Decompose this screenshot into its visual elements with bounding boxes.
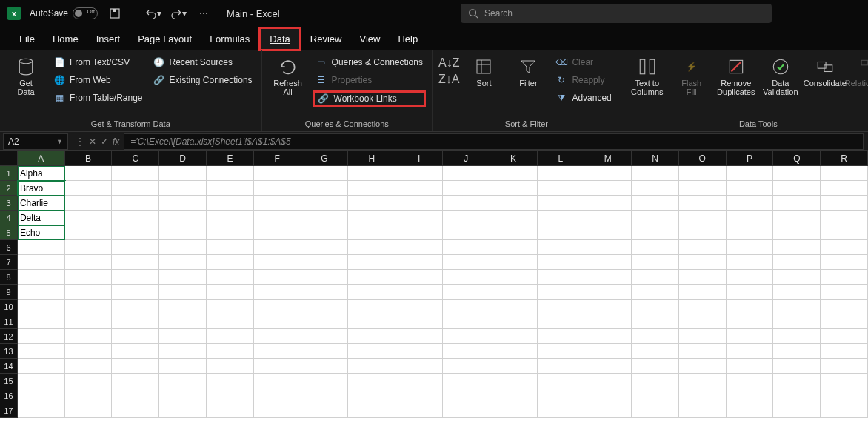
cell[interactable] (727, 388, 774, 403)
cell[interactable] (254, 240, 301, 255)
cell[interactable] (821, 181, 868, 196)
cell[interactable] (395, 196, 443, 211)
cell[interactable] (395, 388, 443, 403)
cell[interactable] (490, 344, 538, 359)
cell[interactable] (65, 314, 113, 329)
tab-formulas[interactable]: Formulas (201, 29, 258, 49)
cell[interactable] (632, 285, 679, 300)
row-header[interactable]: 17 (0, 403, 18, 418)
cell[interactable] (632, 196, 679, 211)
cell[interactable] (679, 240, 727, 255)
cell[interactable] (348, 211, 395, 225)
cell[interactable] (443, 270, 490, 285)
cell[interactable] (395, 374, 443, 388)
cell[interactable] (254, 166, 301, 181)
cell[interactable] (773, 166, 821, 181)
cell[interactable] (207, 300, 254, 314)
cell[interactable] (584, 388, 632, 403)
cell[interactable] (112, 329, 159, 344)
cell[interactable] (679, 374, 727, 388)
cell[interactable] (727, 255, 774, 270)
cell[interactable] (112, 403, 159, 418)
cell[interactable] (727, 225, 774, 240)
cell[interactable] (679, 166, 727, 181)
cell[interactable] (348, 329, 395, 344)
cell[interactable] (18, 285, 65, 300)
row-header[interactable]: 15 (0, 374, 18, 388)
cell[interactable] (584, 270, 632, 285)
cell[interactable] (490, 270, 538, 285)
cell[interactable] (301, 240, 349, 255)
cell[interactable] (821, 359, 868, 374)
row-header[interactable]: 11 (0, 314, 18, 329)
cell[interactable] (395, 181, 443, 196)
recent-sources-button[interactable]: 🕘Recent Sources (150, 55, 256, 70)
cell[interactable] (490, 300, 538, 314)
row-header[interactable]: 4 (0, 211, 18, 225)
cell[interactable] (584, 314, 632, 329)
cell[interactable] (348, 196, 395, 211)
cell[interactable] (65, 359, 113, 374)
filter-button[interactable]: Filter (508, 53, 548, 87)
tab-home[interactable]: Home (44, 29, 87, 49)
cell[interactable] (538, 196, 585, 211)
cell[interactable] (584, 240, 632, 255)
cell[interactable] (65, 225, 113, 240)
cell[interactable] (773, 329, 821, 344)
cell[interactable] (584, 329, 632, 344)
cell[interactable] (773, 285, 821, 300)
cell[interactable] (727, 166, 774, 181)
cell[interactable] (112, 225, 159, 240)
cell[interactable] (443, 403, 490, 418)
cell[interactable] (254, 181, 301, 196)
cell[interactable] (443, 374, 490, 388)
cell[interactable] (632, 240, 679, 255)
spreadsheet-grid[interactable]: ABCDEFGHIJKLMNOPQR 1Alpha2Bravo3Charlie4… (0, 151, 868, 430)
column-header[interactable]: M (584, 151, 632, 166)
cell[interactable] (443, 329, 490, 344)
cell[interactable] (538, 211, 585, 225)
cell[interactable] (348, 240, 395, 255)
cell[interactable] (18, 314, 65, 329)
qat-dropdown-icon[interactable]: ⋯ (196, 5, 212, 22)
sort-button[interactable]: Sort (464, 53, 504, 87)
text-to-columns-button[interactable]: Text to Columns (627, 53, 667, 96)
cell[interactable] (821, 314, 868, 329)
column-header[interactable]: O (679, 151, 727, 166)
cell[interactable] (443, 181, 490, 196)
existing-connections-button[interactable]: 🔗Existing Connections (150, 73, 256, 87)
cell[interactable] (159, 344, 207, 359)
cell[interactable] (207, 388, 254, 403)
cell[interactable] (207, 285, 254, 300)
cell[interactable]: Delta (18, 211, 65, 225)
cell[interactable] (632, 374, 679, 388)
cell[interactable] (112, 374, 159, 388)
search-input[interactable]: Search (461, 4, 772, 23)
column-header[interactable]: P (727, 151, 774, 166)
cell[interactable] (207, 255, 254, 270)
cell[interactable] (679, 344, 727, 359)
cell[interactable] (821, 196, 868, 211)
cell[interactable] (159, 255, 207, 270)
cell[interactable] (65, 166, 113, 181)
cell[interactable] (727, 285, 774, 300)
cell[interactable] (159, 403, 207, 418)
cell[interactable] (112, 270, 159, 285)
cell[interactable] (443, 211, 490, 225)
get-data-button[interactable]: Get Data (6, 53, 46, 96)
cell[interactable] (538, 225, 585, 240)
cell[interactable] (18, 255, 65, 270)
column-header[interactable]: L (538, 151, 585, 166)
cell[interactable] (112, 211, 159, 225)
cell[interactable] (538, 166, 585, 181)
cell[interactable] (584, 211, 632, 225)
cell[interactable] (490, 255, 538, 270)
cell[interactable] (821, 300, 868, 314)
cell[interactable] (632, 359, 679, 374)
tab-page-layout[interactable]: Page Layout (129, 29, 201, 49)
cell[interactable] (773, 225, 821, 240)
cell[interactable] (490, 314, 538, 329)
cell[interactable] (254, 403, 301, 418)
cell[interactable] (207, 374, 254, 388)
cell[interactable] (773, 255, 821, 270)
